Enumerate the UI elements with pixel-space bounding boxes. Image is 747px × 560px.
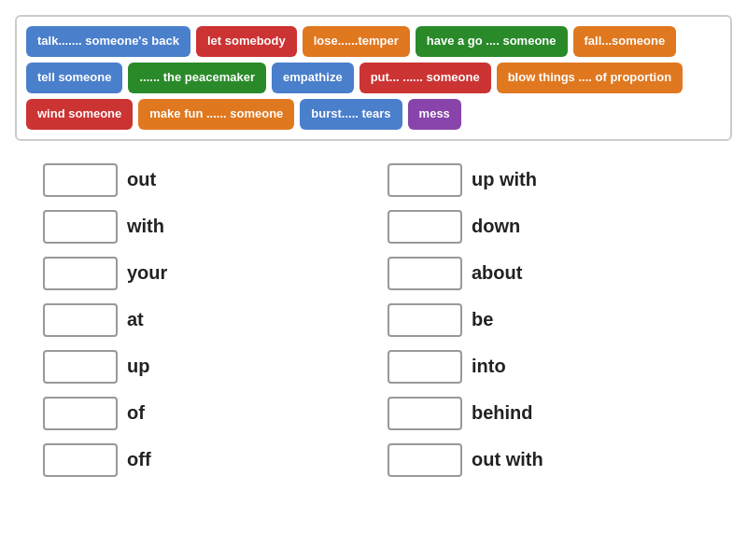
left-answer-row-0: out <box>43 163 388 197</box>
left-answer-box-6[interactable] <box>43 443 118 477</box>
right-answer-box-5[interactable] <box>388 397 462 430</box>
right-answer-row-6: out with <box>388 443 732 477</box>
left-answer-text-3: at <box>127 309 144 330</box>
answer-grid: outwithyouratupofoff up withdownaboutbei… <box>43 163 732 490</box>
left-answer-text-0: out <box>127 169 156 190</box>
right-answer-row-5: behind <box>388 397 732 430</box>
left-answer-row-3: at <box>43 303 388 337</box>
tile-12[interactable]: make fun ...... someone <box>138 99 294 130</box>
tile-9[interactable]: put... ...... someone <box>359 63 491 93</box>
left-answer-box-3[interactable] <box>43 303 118 337</box>
right-answer-box-2[interactable] <box>388 257 462 290</box>
right-answer-row-1: down <box>388 210 732 244</box>
tile-6[interactable]: tell someone <box>26 63 122 93</box>
tile-14[interactable]: mess <box>408 99 461 130</box>
left-answer-row-6: off <box>43 443 388 477</box>
left-answer-box-0[interactable] <box>43 163 118 197</box>
right-answer-text-4: into <box>472 356 506 377</box>
left-answer-box-5[interactable] <box>43 397 118 430</box>
left-answer-text-5: of <box>127 402 145 424</box>
left-answer-row-5: of <box>43 397 388 430</box>
tile-11[interactable]: wind someone <box>26 99 133 130</box>
right-answer-text-5: behind <box>472 402 533 424</box>
left-answer-box-4[interactable] <box>43 350 118 384</box>
left-answer-box-2[interactable] <box>43 257 118 290</box>
right-answer-row-3: be <box>388 303 732 337</box>
right-answer-text-6: out with <box>472 449 543 470</box>
tile-5[interactable]: fall...someone <box>573 26 677 57</box>
right-answer-row-4: into <box>388 350 732 384</box>
right-answer-box-1[interactable] <box>388 210 462 244</box>
tile-4[interactable]: have a go .... someone <box>416 26 568 57</box>
tile-7[interactable]: ...... the peacemaker <box>128 63 266 93</box>
right-answer-box-4[interactable] <box>388 350 462 384</box>
right-answer-box-3[interactable] <box>388 303 462 337</box>
right-answer-text-1: down <box>472 216 520 237</box>
right-answer-text-2: about <box>472 262 522 284</box>
word-bank: talk....... someone's backlet somebodylo… <box>15 15 732 141</box>
left-answer-box-1[interactable] <box>43 210 118 244</box>
left-answer-text-4: up <box>127 356 149 377</box>
left-answer-row-1: with <box>43 210 388 244</box>
right-answer-box-0[interactable] <box>388 163 462 197</box>
right-answer-text-0: up with <box>472 169 537 190</box>
tile-10[interactable]: blow things .... of proportion <box>497 63 683 93</box>
tile-8[interactable]: empathize <box>272 63 354 93</box>
right-answer-row-0: up with <box>388 163 732 197</box>
left-answer-row-2: your <box>43 257 388 290</box>
right-answer-box-6[interactable] <box>388 443 462 477</box>
left-answer-text-2: your <box>127 262 167 284</box>
tile-3[interactable]: lose......temper <box>303 26 410 57</box>
left-answer-row-4: up <box>43 350 388 384</box>
right-answer-row-2: about <box>388 257 732 290</box>
tile-13[interactable]: burst..... tears <box>300 99 402 130</box>
left-answer-text-6: off <box>127 449 151 470</box>
left-answer-text-1: with <box>127 216 164 237</box>
tile-1[interactable]: talk....... someone's back <box>26 26 190 57</box>
tile-2[interactable]: let somebody <box>196 26 297 57</box>
right-answer-text-3: be <box>472 309 493 330</box>
